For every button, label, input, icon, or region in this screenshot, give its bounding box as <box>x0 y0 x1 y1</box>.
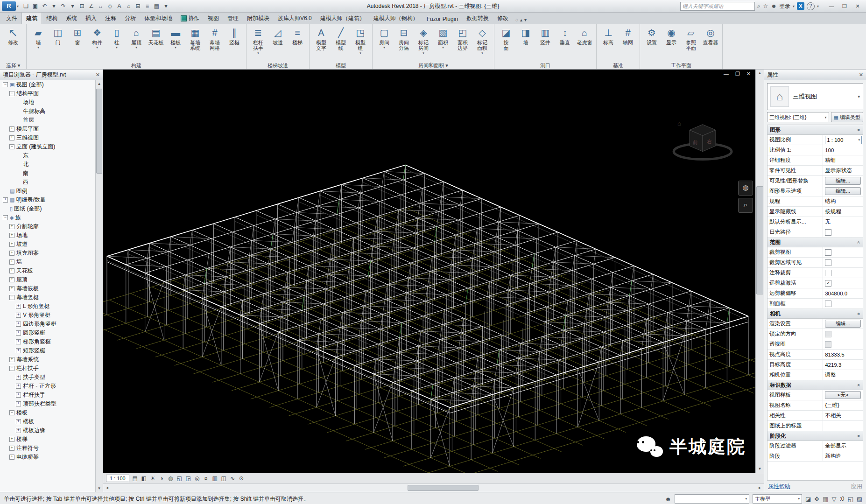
text-icon[interactable]: A <box>115 2 124 11</box>
section-collapse-icon[interactable]: « <box>857 128 862 131</box>
tab-modeling-master-arch[interactable]: 建模大师（建筑） <box>316 13 369 24</box>
app-menu-button[interactable]: R <box>2 1 16 11</box>
tree-expand-icon[interactable]: + <box>9 126 14 132</box>
tree-item[interactable]: +楼板 <box>0 417 96 426</box>
tree-item[interactable]: +楼板边缘 <box>0 426 96 435</box>
ribbon-button-viewer[interactable]: ◎查看器 <box>701 25 720 62</box>
tree-expand-icon[interactable]: + <box>9 259 14 265</box>
section-collapse-icon[interactable]: « <box>857 434 862 437</box>
close-button[interactable]: ✕ <box>851 1 864 11</box>
tree-item[interactable]: +栏杆 - 正方形 <box>0 382 96 391</box>
help-arrow-icon[interactable]: ▾ <box>817 4 819 8</box>
tree-item[interactable]: +屋顶 <box>0 275 96 284</box>
section-collapse-icon[interactable]: « <box>857 241 862 244</box>
section-collapse-icon[interactable]: « <box>857 384 862 386</box>
tree-item[interactable]: 东 <box>0 151 96 160</box>
view-minimize-icon[interactable]: — <box>724 71 729 77</box>
tab-data-convert[interactable]: 数据转换 <box>462 13 493 24</box>
communication-center-icon[interactable]: ☆ <box>763 3 768 9</box>
ribbon-button-ramp[interactable]: ◿坡道 <box>268 25 288 62</box>
tree-item[interactable]: +▦明细表/数量 <box>0 196 96 204</box>
section-header[interactable]: 图形« <box>767 125 863 135</box>
default-3d-view-icon[interactable]: ⌂ <box>124 2 133 11</box>
tree-item[interactable]: +扶手类型 <box>0 373 96 382</box>
steering-wheel-icon[interactable]: ◍ <box>738 181 753 196</box>
tree-item[interactable]: 南 <box>0 169 96 178</box>
property-edit-button[interactable]: 编辑... <box>825 177 861 185</box>
tree-expand-icon[interactable]: + <box>16 401 21 406</box>
tree-item[interactable]: +幕墙系统 <box>0 355 96 364</box>
property-value[interactable] <box>823 421 863 431</box>
tree-expand-icon[interactable]: − <box>9 366 14 371</box>
ribbon-button-ceiling[interactable]: ▤天花板 <box>146 25 166 62</box>
viewcube-right-label[interactable]: 右 <box>707 139 712 144</box>
tree-item[interactable]: +矩形竖梃 <box>0 346 96 355</box>
background-processes-icon[interactable]: ◱ <box>847 496 853 503</box>
ribbon-button-modify[interactable]: ↖修改 <box>2 25 24 62</box>
design-options-combo[interactable]: 主模型▾ <box>753 494 802 504</box>
tree-expand-icon[interactable]: + <box>16 419 21 424</box>
tree-item[interactable]: +V 形角竖梃 <box>0 311 96 320</box>
ribbon-button-opening-dormer[interactable]: ⌂老虎窗 <box>575 25 594 62</box>
property-edit-button[interactable]: 编辑... <box>825 320 861 328</box>
property-checkbox[interactable]: ✓ <box>825 280 831 287</box>
property-value[interactable]: 精细 <box>823 155 863 165</box>
ribbon-button-tag-room[interactable]: ◈标记 房间▾ <box>414 25 433 62</box>
ribbon-button-model-group[interactable]: ◳模型 组▾ <box>351 25 370 62</box>
measure-icon[interactable]: ∠ <box>87 2 96 11</box>
modify-indicator-icon[interactable]: ◌ <box>515 17 518 22</box>
tree-item[interactable]: +梯形角竖梃 <box>0 337 96 346</box>
tree-item[interactable]: +楼梯 <box>0 435 96 444</box>
undo-icon[interactable]: ↶ <box>40 2 49 11</box>
detail-level-icon[interactable]: ▤ <box>131 474 140 483</box>
section-header[interactable]: 相机« <box>767 309 863 319</box>
crop-view-icon[interactable]: ◱ <box>175 474 184 483</box>
tree-item[interactable]: −▣视图 (全部) <box>0 80 96 89</box>
tab-addins[interactable]: 附加模块 <box>243 13 274 24</box>
minimize-button[interactable]: — <box>825 1 838 11</box>
viewport-horizontal-scrollbar[interactable]: ◄ ► <box>103 483 764 492</box>
scrollbar-thumb[interactable] <box>96 89 102 174</box>
open-icon[interactable]: ❏ <box>21 2 30 11</box>
ribbon-button-opening-by-face[interactable]: ◪按 面 <box>496 25 516 62</box>
property-value[interactable]: 81333.5 <box>823 350 863 359</box>
filter-icon[interactable]: ▽ <box>831 496 836 503</box>
tree-item[interactable]: 场地 <box>0 98 96 107</box>
tab-file[interactable]: 文件 <box>2 13 21 24</box>
tree-expand-icon[interactable]: + <box>9 251 14 256</box>
tree-expand-icon[interactable]: − <box>9 410 14 415</box>
tree-item[interactable]: 牛腿标高 <box>0 107 96 116</box>
tree-item[interactable]: +场地 <box>0 231 96 240</box>
apply-button[interactable]: 应用 <box>851 483 862 490</box>
scroll-right-icon[interactable]: ► <box>756 486 764 490</box>
property-value[interactable]: {三维} <box>823 400 863 410</box>
property-value[interactable]: 显示原状态 <box>823 166 863 175</box>
tree-expand-icon[interactable]: − <box>3 82 8 87</box>
aligned-dimension-icon[interactable]: ↔ <box>96 2 105 11</box>
thin-lines-icon[interactable]: ≡ <box>143 2 152 11</box>
properties-help-link[interactable]: 属性帮助 <box>768 483 790 490</box>
tree-item[interactable]: +分割轮廓 <box>0 222 96 231</box>
tree-item[interactable]: −◆族 <box>0 213 96 222</box>
tree-item[interactable]: +电缆桥架 <box>0 453 96 462</box>
wireframe-model[interactable] <box>103 165 755 473</box>
3d-view-canvas[interactable]: 前 右 ⌂ —❐✕ ◍⌕ 半城庭院 <box>103 70 755 473</box>
tree-expand-icon[interactable]: + <box>9 437 14 442</box>
view-cube[interactable]: 前 右 ⌂ <box>674 120 732 160</box>
property-checkbox[interactable] <box>825 229 831 236</box>
tree-item[interactable]: +填充图案 <box>0 249 96 258</box>
status-grip-icon[interactable]: ▨ <box>857 496 862 503</box>
select-links-toggle[interactable]: ✥ <box>814 496 819 503</box>
ribbon-button-curtain-grid[interactable]: #幕墙 网格 <box>205 25 225 62</box>
tree-item[interactable]: +幕墙嵌板 <box>0 284 96 293</box>
section-header[interactable]: 标识数据« <box>767 380 863 390</box>
tree-expand-icon[interactable]: + <box>16 384 21 389</box>
tree-item[interactable]: +栏杆扶手 <box>0 391 96 399</box>
worksharing-display-icon[interactable]: ▥ <box>211 474 219 483</box>
scrollbar-thumb[interactable] <box>408 485 479 491</box>
tree-item[interactable]: +顶部扶栏类型 <box>0 399 96 408</box>
scrollbar-thumb[interactable] <box>756 186 763 294</box>
rendering-dialog-icon[interactable]: ◍ <box>166 474 175 483</box>
tree-expand-icon[interactable]: + <box>16 339 21 344</box>
property-checkbox[interactable] <box>825 249 831 256</box>
